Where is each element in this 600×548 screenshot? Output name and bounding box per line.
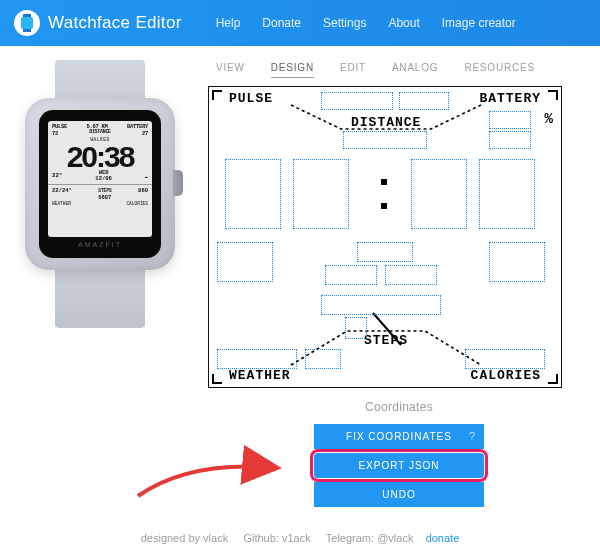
canvas-sel[interactable] bbox=[343, 131, 427, 149]
tab-design[interactable]: DESIGN bbox=[271, 62, 314, 78]
screen-battery-label: BATTERY bbox=[127, 123, 148, 130]
svg-rect-1 bbox=[23, 29, 31, 32]
canvas-colon-dot bbox=[381, 179, 387, 185]
tab-resources[interactable]: RESOURCES bbox=[464, 62, 535, 78]
watch-icon bbox=[14, 10, 40, 36]
editor-tabs: VIEW DESIGN EDIT ANALOG RESOURCES bbox=[208, 60, 590, 86]
canvas-sel[interactable] bbox=[321, 295, 441, 315]
app-title: Watchface Editor bbox=[48, 13, 182, 33]
tab-edit[interactable]: EDIT bbox=[340, 62, 366, 78]
coordinates-label: Coordinates bbox=[309, 400, 489, 414]
canvas-sel[interactable] bbox=[225, 159, 281, 229]
watch-strap-bottom bbox=[55, 268, 145, 328]
watch-strap-top bbox=[55, 60, 145, 100]
footer-donate-link[interactable]: donate bbox=[426, 532, 460, 544]
watch-brand: AMAZFIT bbox=[78, 241, 122, 248]
undo-button[interactable]: UNDO bbox=[314, 482, 484, 507]
canvas-sel[interactable] bbox=[217, 242, 273, 282]
design-canvas[interactable]: PULSE BATTERY DISTANCE STEPS WEATHER CAL… bbox=[208, 86, 562, 388]
nav-about[interactable]: About bbox=[388, 16, 419, 30]
weather-glyph-icon: ☁ bbox=[144, 172, 148, 180]
canvas-colon-dot bbox=[381, 203, 387, 209]
canvas-sel[interactable] bbox=[325, 265, 377, 285]
nav-image-creator[interactable]: Image creator bbox=[442, 16, 516, 30]
header-nav: Help Donate Settings About Image creator bbox=[216, 16, 516, 30]
nav-donate[interactable]: Donate bbox=[262, 16, 301, 30]
watch-crown bbox=[173, 170, 183, 196]
canvas-sel[interactable] bbox=[305, 349, 341, 369]
watch-body: PULSE 5.67 KM BATTERY 72 DISTANCE 27 WAL… bbox=[25, 98, 175, 270]
canvas-sel[interactable] bbox=[411, 159, 467, 229]
screen-time: 20:38 bbox=[48, 143, 152, 170]
canvas-sel[interactable] bbox=[489, 131, 531, 149]
tab-analog[interactable]: ANALOG bbox=[392, 62, 438, 78]
canvas-sel[interactable] bbox=[357, 242, 413, 262]
watch-screen: PULSE 5.67 KM BATTERY 72 DISTANCE 27 WAL… bbox=[48, 121, 152, 237]
canvas-sel[interactable] bbox=[385, 265, 437, 285]
canvas-sel[interactable] bbox=[293, 159, 349, 229]
canvas-sel[interactable] bbox=[217, 349, 297, 369]
footer-credit: designed by vlack bbox=[141, 532, 228, 544]
screen-pulse-label: PULSE bbox=[52, 123, 67, 130]
nav-settings[interactable]: Settings bbox=[323, 16, 366, 30]
canvas-sel[interactable] bbox=[465, 349, 545, 369]
canvas-sel[interactable] bbox=[479, 159, 535, 229]
fix-coordinates-button[interactable]: FIX COORDINATES bbox=[314, 424, 484, 449]
watch-preview: PULSE 5.67 KM BATTERY 72 DISTANCE 27 WAL… bbox=[10, 60, 198, 511]
button-area: Coordinates FIX COORDINATES EXPORT JSON … bbox=[309, 400, 489, 507]
canvas-sel[interactable] bbox=[399, 92, 449, 110]
canvas-sel[interactable] bbox=[345, 317, 367, 339]
svg-rect-0 bbox=[23, 14, 31, 17]
export-json-button[interactable]: EXPORT JSON bbox=[314, 453, 484, 478]
app-header: Watchface Editor Help Donate Settings Ab… bbox=[0, 0, 600, 46]
footer-telegram[interactable]: Telegram: @vlack bbox=[326, 532, 414, 544]
nav-help[interactable]: Help bbox=[216, 16, 241, 30]
canvas-sel[interactable] bbox=[489, 111, 531, 129]
footer: designed by vlack Github: v1ack Telegram… bbox=[0, 532, 600, 544]
canvas-sel[interactable] bbox=[321, 92, 393, 110]
canvas-sel[interactable] bbox=[489, 242, 545, 282]
svg-rect-2 bbox=[21, 17, 33, 29]
footer-github[interactable]: Github: v1ack bbox=[243, 532, 310, 544]
tab-view[interactable]: VIEW bbox=[216, 62, 245, 78]
app-logo: Watchface Editor bbox=[14, 10, 182, 36]
